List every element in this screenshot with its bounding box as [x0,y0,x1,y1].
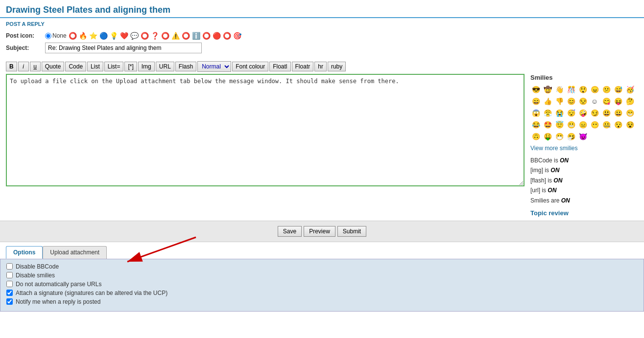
smiley-27[interactable]: 😁 [624,108,635,118]
hr-button[interactable]: hr [314,62,327,71]
smiley-17[interactable]: 😝 [613,96,623,107]
icon-dot-3[interactable]: ⭐ [89,32,97,40]
disable-bbcode-checkbox[interactable] [6,263,13,270]
save-button[interactable]: Save [278,226,302,237]
view-more-smilies-link[interactable]: View more smilies [530,145,638,152]
smiley-29[interactable]: 🤩 [542,119,553,130]
icon-dot-12[interactable]: ⭕ [182,32,190,40]
smiley-39[interactable]: 😷 [554,131,565,142]
icon-dot-11[interactable]: ⚠️ [171,32,180,40]
smiley-38[interactable]: 🤑 [542,131,553,142]
smiley-2[interactable]: 🤠 [542,84,553,95]
quote-button[interactable]: Quote [42,62,65,71]
smiley-37[interactable]: 🙃 [530,131,541,142]
bbcode-status: BBCode is ON [530,156,638,165]
smiley-25[interactable]: 😃 [601,108,612,118]
icon-dot-5[interactable]: 💡 [110,32,118,40]
notify-checkbox[interactable] [6,298,13,305]
bold-button[interactable]: B [6,62,17,71]
list-eq-button[interactable]: List= [104,62,124,71]
smiley-41[interactable]: 😈 [577,131,588,142]
no-auto-parse-checkbox[interactable] [6,281,13,287]
flash-button[interactable]: Flash [175,62,196,71]
smiley-13[interactable]: 😊 [566,96,576,107]
icon-dot-14[interactable]: ⭕ [202,32,211,40]
smilies-title: Smilies [530,74,638,81]
icon-dot-6[interactable]: ❤️ [120,32,128,40]
floatl-button[interactable]: Floatl [269,62,290,71]
floatr-button[interactable]: Floatr [292,62,314,71]
smiley-22[interactable]: 😴 [566,108,576,118]
smiley-6[interactable]: 😠 [589,84,600,95]
smiley-11[interactable]: 👍 [542,96,553,107]
tab-options[interactable]: Options [6,246,43,259]
smiley-34[interactable]: 🤐 [601,119,612,130]
smiley-5[interactable]: 😲 [577,84,588,95]
smiley-30[interactable]: 😇 [554,119,565,130]
url-button[interactable]: URL [156,62,174,71]
smiley-28[interactable]: 😂 [530,119,541,130]
size-select[interactable]: Tiny Small Normal Large Huge [197,61,231,72]
smiley-14[interactable]: 😒 [577,96,588,107]
smiley-33[interactable]: 😶 [589,119,600,130]
tab-upload-attachment[interactable]: Upload attachment [43,246,107,259]
smiley-20[interactable]: 😤 [542,108,553,118]
preview-button[interactable]: Preview [304,226,335,237]
smiley-19[interactable]: 😱 [530,108,541,118]
bbcode-on: ON [560,157,569,164]
img-button[interactable]: Img [138,62,155,71]
smiley-35[interactable]: 😯 [613,119,623,130]
subject-input[interactable]: Re: Drawing Steel Plates and aligning th… [45,43,202,53]
smiley-8[interactable]: 😅 [613,84,623,95]
smiley-4[interactable]: 🎊 [566,84,576,95]
smiley-23[interactable]: 🤪 [577,108,588,118]
smiley-12[interactable]: 👎 [554,96,565,107]
smiley-15[interactable]: ☺️ [589,96,600,107]
italic-button[interactable]: i [18,62,29,71]
smiley-36[interactable]: 😵 [624,119,635,130]
icon-dot-10[interactable]: ⭕ [161,32,169,40]
listitem-button[interactable]: [*] [124,62,137,71]
icon-dot-2[interactable]: 🔥 [79,32,87,40]
smiley-31[interactable]: 😬 [566,119,576,130]
attach-sig-checkbox[interactable] [6,290,13,296]
icon-dot-13[interactable]: ℹ️ [192,32,200,40]
smiley-7[interactable]: 😕 [601,84,612,95]
smiley-18[interactable]: 🤔 [624,96,635,107]
underline-button[interactable]: u [30,62,41,71]
smiley-1[interactable]: 😎 [530,84,541,95]
url-on: ON [548,187,556,194]
notify-label: Notify me when a reply is posted [16,298,100,305]
icon-dot-4[interactable]: 🔵 [99,32,108,40]
disable-smilies-checkbox[interactable] [6,272,13,278]
smiley-9[interactable]: 🥳 [624,84,635,95]
topic-review-link[interactable]: Topic review [530,209,569,217]
smiley-32[interactable]: 😑 [577,119,588,130]
list-button[interactable]: List [87,62,103,71]
icon-none-radio[interactable]: None [45,32,67,39]
page-title: Drawing Steel Plates and aligning them [0,0,644,18]
icon-dot-7[interactable]: 💬 [130,32,139,40]
smiley-40[interactable]: 🤧 [566,131,576,142]
smiley-16[interactable]: 😋 [601,96,612,107]
smiley-24[interactable]: 😏 [589,108,600,118]
icon-dot-16[interactable]: ⭕ [223,32,231,40]
icon-dot-9[interactable]: ❓ [151,32,159,40]
smiley-26[interactable]: 😀 [613,108,623,118]
bbcode-info: BBCode is ON [img] is ON [flash] is ON [… [530,156,638,205]
smiley-21[interactable]: 😭 [554,108,565,118]
icon-dot-1[interactable]: ⭕ [69,32,77,40]
icon-none-input[interactable] [45,33,51,39]
icon-dot-17[interactable]: 🎯 [233,32,241,40]
icon-dot-8[interactable]: ⭕ [141,32,149,40]
icon-dot-15[interactable]: 🔴 [213,32,221,40]
message-textarea[interactable]: To upload a file click on the Upload att… [6,74,525,186]
smilies-grid: 😎 🤠 👋 🎊 😲 😠 😕 😅 🥳 😄 👍 👎 😊 😒 ☺️ 😋 😝 [530,84,638,142]
ruby-button[interactable]: ruby [328,62,346,71]
font-color-button[interactable]: Font colour [232,62,268,71]
smiley-3[interactable]: 👋 [554,84,565,95]
subject-label: Subject: [6,45,45,51]
submit-button[interactable]: Submit [337,226,366,237]
smiley-10[interactable]: 😄 [530,96,541,107]
code-button[interactable]: Code [65,62,86,71]
